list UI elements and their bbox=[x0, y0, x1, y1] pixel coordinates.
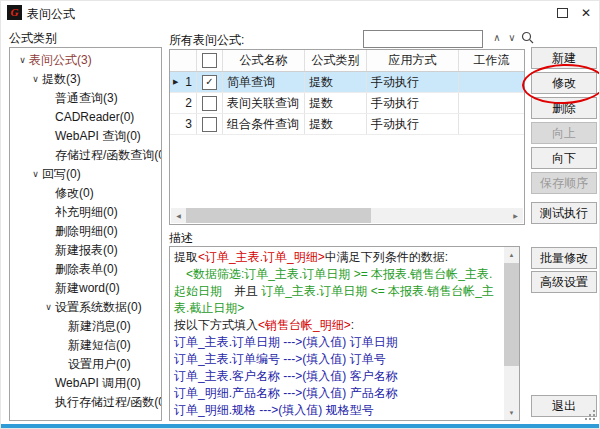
description-line: 订单_明细.产品名称 --->(填入值) 产品名称 bbox=[174, 385, 500, 402]
tree-item-label: 设置用户(0) bbox=[68, 355, 131, 374]
description-line: 订单_明细.数量 --->(填入值) 订货数量 bbox=[174, 419, 500, 420]
title-bar[interactable]: G 表间公式 ✕ bbox=[1, 1, 599, 25]
description-line: 订单_明细.规格 --->(填入值) 规格型号 bbox=[174, 402, 500, 419]
checkbox-checked[interactable]: ✓ bbox=[202, 75, 217, 90]
tree-item[interactable]: ∨回写(0) bbox=[10, 165, 161, 184]
chevron-down-icon[interactable]: ∨ bbox=[16, 51, 29, 70]
description-segment: <订单_主表.订单_明细> bbox=[198, 250, 325, 264]
tree-item[interactable]: 存储过程/函数查询(0) bbox=[10, 146, 161, 165]
tree-item[interactable]: CADReader(0) bbox=[10, 108, 161, 127]
apply-mode-cell[interactable]: 手动执行 bbox=[367, 72, 459, 92]
select-all-checkbox[interactable] bbox=[202, 53, 217, 68]
formula-table: 公式名称 公式类别 应用方式 工作流 ▶1✓简单查询提数手动执行2表间关联查询提… bbox=[169, 49, 525, 225]
dialog-window: G 表间公式 ✕ 公式类别 ∨表间公式(3)∨提数(3)普通查询(3)CADRe… bbox=[0, 0, 600, 429]
close-button[interactable]: ✕ bbox=[573, 3, 599, 23]
search-next-icon[interactable]: ∨ bbox=[505, 32, 519, 43]
test-run-button[interactable]: 测试执行 bbox=[531, 202, 597, 224]
header-formula-category[interactable]: 公式类别 bbox=[305, 50, 367, 71]
move-down-button[interactable]: 向下 bbox=[531, 147, 597, 169]
header-workflow[interactable]: 工作流 bbox=[459, 50, 524, 71]
search-input[interactable] bbox=[363, 30, 483, 48]
tree-item[interactable]: ∨表间公式(3) bbox=[10, 51, 161, 70]
formula-category-cell[interactable]: 提数 bbox=[305, 93, 367, 113]
tree-item-label: 提数(3) bbox=[42, 70, 81, 89]
tree-item[interactable]: 补充明细(0) bbox=[10, 203, 161, 222]
vertical-scroll-thumb[interactable] bbox=[504, 263, 519, 366]
table-row[interactable]: 2表间关联查询提数手动执行 bbox=[170, 93, 524, 114]
scroll-down-icon[interactable]: ▼ bbox=[504, 405, 519, 420]
tree-item[interactable]: 设置用户(0) bbox=[10, 355, 161, 374]
header-apply-mode[interactable]: 应用方式 bbox=[367, 50, 459, 71]
table-row[interactable]: ▶1✓简单查询提数手动执行 bbox=[170, 72, 524, 93]
description-vertical-scrollbar[interactable]: ▲ ▼ bbox=[504, 247, 519, 420]
tree-item-label: 存储过程/函数查询(0) bbox=[55, 146, 162, 165]
tree-item[interactable]: 修改(0) bbox=[10, 184, 161, 203]
chevron-down-icon[interactable]: ∨ bbox=[29, 165, 42, 184]
tree-item[interactable]: WebAPI 查询(0) bbox=[10, 127, 161, 146]
tree-item-label: 删除表单(0) bbox=[55, 260, 118, 279]
apply-mode-cell[interactable]: 手动执行 bbox=[367, 114, 459, 134]
scroll-up-icon[interactable]: ▲ bbox=[504, 247, 519, 262]
advanced-settings-button[interactable]: 高级设置 bbox=[531, 271, 597, 293]
workflow-cell[interactable] bbox=[459, 114, 524, 134]
resize-grip[interactable] bbox=[584, 410, 595, 421]
tree-item-label: 新建消息(0) bbox=[68, 317, 131, 336]
new-button[interactable]: 新建 bbox=[531, 47, 597, 69]
table-horizontal-scrollbar[interactable]: ◀ ▶ bbox=[171, 208, 523, 223]
search-icon[interactable] bbox=[520, 31, 534, 46]
tree-item[interactable]: 普通查询(3) bbox=[10, 89, 161, 108]
chevron-down-icon[interactable]: ∨ bbox=[42, 298, 55, 317]
description-line: 订单_主表.客户名称 --->(填入值) 客户名称 bbox=[174, 368, 500, 385]
row-number-cell[interactable]: 2 bbox=[170, 93, 197, 113]
tree-item[interactable]: WebAPI 调用(0) bbox=[10, 374, 161, 393]
row-number: 1 bbox=[185, 75, 192, 89]
formula-category-cell[interactable]: 提数 bbox=[305, 72, 367, 92]
formula-name-cell[interactable]: 组合条件查询 bbox=[223, 114, 305, 134]
tree-item[interactable]: 新建word(0) bbox=[10, 279, 161, 298]
scroll-right-icon[interactable]: ▶ bbox=[508, 212, 523, 219]
tree-item[interactable]: 新建报表(0) bbox=[10, 241, 161, 260]
apply-mode-cell[interactable]: 手动执行 bbox=[367, 93, 459, 113]
table-row[interactable]: 3组合条件查询提数手动执行 bbox=[170, 114, 524, 135]
formula-category-tree[interactable]: ∨表间公式(3)∨提数(3)普通查询(3)CADReader(0)WebAPI … bbox=[9, 47, 162, 421]
description-line: 订单_主表.订单日期 --->(填入值) 订单日期 bbox=[174, 334, 500, 351]
app-logo-icon: G bbox=[7, 5, 22, 20]
workflow-cell[interactable] bbox=[459, 72, 524, 92]
tree-item[interactable]: 新建消息(0) bbox=[10, 317, 161, 336]
scroll-left-icon[interactable]: ◀ bbox=[171, 212, 186, 219]
batch-modify-button[interactable]: 批量修改 bbox=[531, 247, 597, 269]
tree-item[interactable]: 删除表单(0) bbox=[10, 260, 161, 279]
tree-item[interactable]: 新建短信(0) bbox=[10, 336, 161, 355]
formula-category-cell[interactable]: 提数 bbox=[305, 114, 367, 134]
tree-item[interactable]: 执行存储过程/函数(0) bbox=[10, 393, 161, 412]
description-segment: 提取 bbox=[174, 250, 198, 264]
search-prev-icon[interactable]: ∧ bbox=[490, 32, 504, 43]
row-number-cell[interactable]: 3 bbox=[170, 114, 197, 134]
tree-item[interactable]: 删除明细(0) bbox=[10, 222, 161, 241]
formula-name-cell[interactable]: 简单查询 bbox=[223, 72, 305, 92]
chevron-down-icon[interactable]: ∨ bbox=[29, 70, 42, 89]
row-checkbox-cell[interactable]: ✓ bbox=[197, 72, 223, 92]
row-checkbox-cell[interactable] bbox=[197, 93, 223, 113]
tree-item[interactable]: ∨提数(3) bbox=[10, 70, 161, 89]
current-row-marker-icon: ▶ bbox=[173, 78, 178, 86]
header-formula-name[interactable]: 公式名称 bbox=[223, 50, 305, 71]
row-checkbox-cell[interactable] bbox=[197, 114, 223, 134]
maximize-button[interactable] bbox=[549, 3, 575, 23]
description-label: 描述 bbox=[169, 230, 193, 247]
formula-name-cell[interactable]: 表间关联查询 bbox=[223, 93, 305, 113]
table-body: ▶1✓简单查询提数手动执行2表间关联查询提数手动执行3组合条件查询提数手动执行 bbox=[170, 72, 524, 135]
modify-button[interactable]: 修改 bbox=[531, 72, 597, 94]
tree-item-label: 新建短信(0) bbox=[68, 336, 131, 355]
horizontal-scroll-thumb[interactable] bbox=[186, 208, 371, 223]
checkbox-unchecked[interactable] bbox=[202, 117, 217, 132]
row-number-cell[interactable]: ▶1 bbox=[170, 72, 197, 92]
tree-item[interactable]: ∨设置系统数据(0) bbox=[10, 298, 161, 317]
header-checkbox-cell[interactable] bbox=[197, 50, 223, 71]
description-segment: 订单_主表.订单编号 --->(填入值) 订单号 bbox=[174, 352, 386, 366]
delete-button[interactable]: 删除 bbox=[531, 97, 597, 119]
tree-item-label: 修改(0) bbox=[55, 184, 94, 203]
workflow-cell[interactable] bbox=[459, 93, 524, 113]
checkbox-unchecked[interactable] bbox=[202, 96, 217, 111]
description-segment: 订单_明细.规格 --->(填入值) 规格型号 bbox=[174, 403, 374, 417]
